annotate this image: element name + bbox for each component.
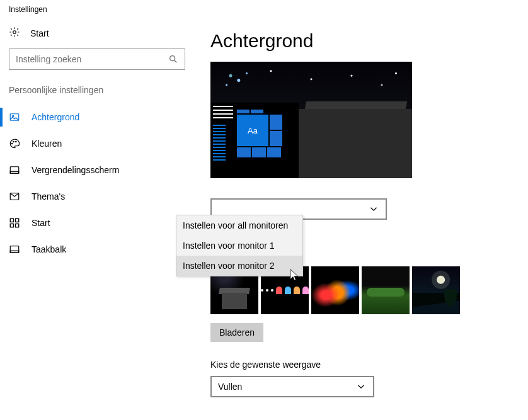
svg-rect-14 xyxy=(16,224,19,227)
sidebar: Start Persoonlijke instellingen Achtergr… xyxy=(9,19,198,397)
context-menu-item-monitor-2[interactable]: Instellen voor monitor 2 xyxy=(176,256,302,276)
preview-tile-text: Aa xyxy=(237,115,268,146)
sidebar-item-kleuren[interactable]: Kleuren xyxy=(9,130,185,157)
dropdown-value: Vullen xyxy=(218,382,242,392)
svg-rect-16 xyxy=(10,251,19,253)
svg-rect-11 xyxy=(10,219,13,222)
svg-line-2 xyxy=(175,60,176,62)
search-icon xyxy=(168,54,178,64)
context-menu: Instellen voor all monitoren Instellen v… xyxy=(176,215,303,276)
search-input[interactable] xyxy=(9,48,185,70)
lockscreen-icon xyxy=(9,164,20,176)
theme-icon xyxy=(9,191,20,202)
sidebar-item-achtergrond[interactable]: Achtergrond xyxy=(9,104,185,130)
start-label: Start xyxy=(30,28,49,38)
fit-label: Kies de gewenste weergave xyxy=(210,360,519,370)
start-tiles-icon xyxy=(9,217,20,229)
sidebar-item-label: Vergrendelingsscherm xyxy=(32,165,119,175)
sidebar-item-vergrendelingsscherm[interactable]: Vergrendelingsscherm xyxy=(9,157,185,183)
fit-dropdown[interactable]: Vullen xyxy=(210,376,374,397)
svg-point-1 xyxy=(170,56,175,61)
svg-rect-9 xyxy=(10,171,19,173)
section-title: Persoonlijke instellingen xyxy=(9,85,185,95)
sidebar-item-themas[interactable]: Thema's xyxy=(9,183,185,210)
svg-point-7 xyxy=(16,141,17,142)
palette-icon xyxy=(9,138,20,149)
thumbnail-4[interactable] xyxy=(362,266,410,314)
chevron-down-icon xyxy=(355,381,367,392)
svg-point-0 xyxy=(13,31,16,34)
context-menu-item-all-monitors[interactable]: Instellen voor all monitoren xyxy=(176,215,302,236)
svg-rect-12 xyxy=(16,219,19,222)
picture-icon xyxy=(9,111,20,123)
window-title: Instellingen xyxy=(0,0,528,19)
sidebar-item-label: Achtergrond xyxy=(32,112,79,122)
taskbar-icon xyxy=(9,244,20,255)
sidebar-item-label: Taakbalk xyxy=(32,244,66,254)
start-button[interactable]: Start xyxy=(9,19,185,48)
search-field[interactable] xyxy=(16,54,180,64)
sidebar-item-start[interactable]: Start xyxy=(9,210,185,236)
svg-point-5 xyxy=(12,143,13,144)
background-preview: Aa xyxy=(210,62,412,178)
svg-point-6 xyxy=(13,141,14,142)
sidebar-item-label: Thema's xyxy=(32,191,65,201)
gear-icon xyxy=(9,26,20,40)
svg-rect-8 xyxy=(10,167,19,174)
chevron-down-icon xyxy=(368,203,379,215)
page-title: Achtergrond xyxy=(210,30,519,52)
dropdown-value xyxy=(218,205,221,214)
svg-rect-13 xyxy=(10,224,13,227)
thumbnail-5[interactable] xyxy=(412,266,460,314)
browse-button[interactable]: Bladeren xyxy=(210,323,263,342)
thumbnail-3[interactable] xyxy=(311,266,359,314)
sidebar-item-label: Kleuren xyxy=(32,139,62,149)
context-menu-item-monitor-1[interactable]: Instellen voor monitor 1 xyxy=(176,236,302,256)
sidebar-item-label: Start xyxy=(32,218,50,228)
main-content: Achtergrond Aa xyxy=(198,19,519,397)
sidebar-item-taakbalk[interactable]: Taakbalk xyxy=(9,236,185,263)
